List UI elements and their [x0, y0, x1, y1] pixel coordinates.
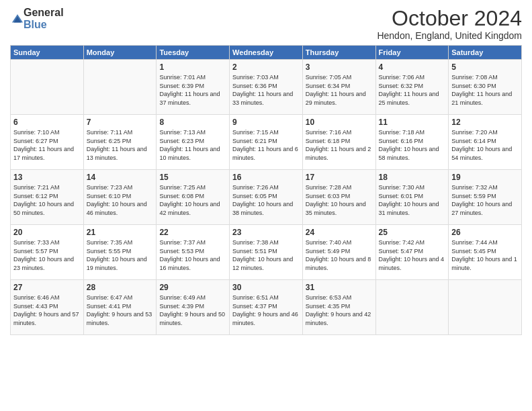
- calendar-week-row: 20Sunrise: 7:33 AMSunset: 5:57 PMDayligh…: [11, 225, 522, 280]
- calendar-cell: 4Sunrise: 7:06 AMSunset: 6:32 PMDaylight…: [375, 60, 449, 115]
- calendar-cell: 31Sunrise: 6:53 AMSunset: 4:35 PMDayligh…: [302, 280, 375, 335]
- header: General Blue October 2024 Hendon, Englan…: [10, 7, 522, 41]
- calendar-cell: 8Sunrise: 7:13 AMSunset: 6:23 PMDaylight…: [157, 115, 230, 170]
- cell-detail: Sunrise: 7:37 AMSunset: 5:53 PMDaylight:…: [159, 239, 220, 271]
- cell-detail: Sunrise: 7:42 AMSunset: 5:47 PMDaylight:…: [379, 239, 445, 271]
- day-number: 22: [159, 228, 226, 237]
- cell-detail: Sunrise: 7:32 AMSunset: 5:59 PMDaylight:…: [451, 184, 512, 216]
- cell-detail: Sunrise: 7:06 AMSunset: 6:32 PMDaylight:…: [379, 74, 439, 106]
- day-number: 23: [232, 228, 300, 237]
- calendar-cell: 26Sunrise: 7:44 AMSunset: 5:45 PMDayligh…: [449, 225, 522, 280]
- calendar-week-row: 1Sunrise: 7:01 AMSunset: 6:39 PMDaylight…: [11, 60, 522, 115]
- cell-detail: Sunrise: 7:10 AMSunset: 6:27 PMDaylight:…: [13, 129, 74, 161]
- calendar-cell: 13Sunrise: 7:21 AMSunset: 6:12 PMDayligh…: [11, 170, 84, 225]
- calendar-cell: 21Sunrise: 7:35 AMSunset: 5:55 PMDayligh…: [83, 225, 157, 280]
- day-number: 28: [87, 283, 154, 292]
- calendar-week-row: 13Sunrise: 7:21 AMSunset: 6:12 PMDayligh…: [11, 170, 522, 225]
- calendar-table: SundayMondayTuesdayWednesdayThursdayFrid…: [10, 45, 522, 335]
- day-number: 4: [379, 62, 446, 72]
- day-number: 19: [451, 173, 519, 182]
- calendar-cell: 5Sunrise: 7:08 AMSunset: 6:30 PMDaylight…: [449, 60, 522, 115]
- cell-detail: Sunrise: 7:18 AMSunset: 6:16 PMDaylight:…: [379, 129, 439, 161]
- calendar-cell: [375, 280, 449, 335]
- cell-detail: Sunrise: 7:11 AMSunset: 6:25 PMDaylight:…: [87, 129, 147, 161]
- calendar-cell: 24Sunrise: 7:40 AMSunset: 5:49 PMDayligh…: [302, 225, 375, 280]
- cell-detail: Sunrise: 7:25 AMSunset: 6:08 PMDaylight:…: [159, 184, 220, 216]
- cell-detail: Sunrise: 7:28 AMSunset: 6:03 PMDaylight:…: [306, 184, 366, 216]
- calendar-cell: 23Sunrise: 7:38 AMSunset: 5:51 PMDayligh…: [230, 225, 303, 280]
- day-number: 12: [451, 118, 519, 127]
- calendar-cell: 9Sunrise: 7:15 AMSunset: 6:21 PMDaylight…: [230, 115, 303, 170]
- day-number: 16: [232, 173, 300, 182]
- calendar-cell: 30Sunrise: 6:51 AMSunset: 4:37 PMDayligh…: [230, 280, 303, 335]
- weekday-header: Wednesday: [230, 46, 303, 60]
- month-title: October 2024: [377, 7, 522, 30]
- cell-detail: Sunrise: 6:49 AMSunset: 4:39 PMDaylight:…: [159, 294, 225, 326]
- calendar-cell: 3Sunrise: 7:05 AMSunset: 6:34 PMDaylight…: [302, 60, 375, 115]
- calendar-cell: 11Sunrise: 7:18 AMSunset: 6:16 PMDayligh…: [375, 115, 449, 170]
- calendar-cell: [83, 60, 157, 115]
- calendar-cell: 18Sunrise: 7:30 AMSunset: 6:01 PMDayligh…: [375, 170, 449, 225]
- calendar-cell: 27Sunrise: 6:46 AMSunset: 4:43 PMDayligh…: [11, 280, 84, 335]
- day-number: 15: [159, 173, 226, 182]
- day-number: 2: [232, 62, 300, 72]
- calendar-cell: 14Sunrise: 7:23 AMSunset: 6:10 PMDayligh…: [83, 170, 157, 225]
- calendar-week-row: 27Sunrise: 6:46 AMSunset: 4:43 PMDayligh…: [11, 280, 522, 335]
- logo: General Blue: [10, 7, 64, 30]
- day-number: 3: [306, 62, 373, 72]
- day-number: 6: [13, 118, 81, 127]
- calendar-cell: 1Sunrise: 7:01 AMSunset: 6:39 PMDaylight…: [157, 60, 230, 115]
- day-number: 26: [451, 228, 519, 237]
- cell-detail: Sunrise: 6:46 AMSunset: 4:43 PMDaylight:…: [13, 294, 79, 326]
- day-number: 14: [87, 173, 154, 182]
- calendar-cell: 10Sunrise: 7:16 AMSunset: 6:18 PMDayligh…: [302, 115, 375, 170]
- cell-detail: Sunrise: 6:47 AMSunset: 4:41 PMDaylight:…: [87, 294, 152, 326]
- weekday-header: Monday: [83, 46, 157, 60]
- day-number: 27: [13, 283, 81, 292]
- day-number: 1: [159, 62, 226, 72]
- calendar-cell: [11, 60, 84, 115]
- day-number: 31: [306, 283, 373, 292]
- logo-icon: [11, 13, 24, 25]
- day-number: 30: [232, 283, 300, 292]
- cell-detail: Sunrise: 7:38 AMSunset: 5:51 PMDaylight:…: [232, 239, 293, 271]
- logo-text: General Blue: [24, 7, 64, 30]
- cell-detail: Sunrise: 7:30 AMSunset: 6:01 PMDaylight:…: [379, 184, 439, 216]
- cell-detail: Sunrise: 7:01 AMSunset: 6:39 PMDaylight:…: [159, 74, 220, 106]
- cell-detail: Sunrise: 7:08 AMSunset: 6:30 PMDaylight:…: [451, 74, 512, 106]
- cell-detail: Sunrise: 7:03 AMSunset: 6:36 PMDaylight:…: [232, 74, 293, 106]
- calendar-cell: 6Sunrise: 7:10 AMSunset: 6:27 PMDaylight…: [11, 115, 84, 170]
- location: Hendon, England, United Kingdom: [377, 30, 522, 41]
- weekday-header: Friday: [375, 46, 449, 60]
- weekday-header: Saturday: [449, 46, 522, 60]
- calendar-cell: [449, 280, 522, 335]
- cell-detail: Sunrise: 7:44 AMSunset: 5:45 PMDaylight:…: [451, 239, 517, 271]
- title-block: October 2024 Hendon, England, United Kin…: [377, 7, 522, 41]
- cell-detail: Sunrise: 7:23 AMSunset: 6:10 PMDaylight:…: [87, 184, 147, 216]
- calendar-cell: 29Sunrise: 6:49 AMSunset: 4:39 PMDayligh…: [157, 280, 230, 335]
- calendar-week-row: 6Sunrise: 7:10 AMSunset: 6:27 PMDaylight…: [11, 115, 522, 170]
- cell-detail: Sunrise: 7:33 AMSunset: 5:57 PMDaylight:…: [13, 239, 74, 271]
- page: General Blue October 2024 Hendon, Englan…: [0, 0, 532, 411]
- weekday-header: Sunday: [11, 46, 84, 60]
- cell-detail: Sunrise: 7:26 AMSunset: 6:05 PMDaylight:…: [232, 184, 293, 216]
- cell-detail: Sunrise: 7:35 AMSunset: 5:55 PMDaylight:…: [87, 239, 147, 271]
- day-number: 20: [13, 228, 81, 237]
- weekday-header: Thursday: [302, 46, 375, 60]
- calendar-cell: 22Sunrise: 7:37 AMSunset: 5:53 PMDayligh…: [157, 225, 230, 280]
- day-number: 10: [306, 118, 373, 127]
- header-row: SundayMondayTuesdayWednesdayThursdayFrid…: [11, 46, 522, 60]
- calendar-cell: 16Sunrise: 7:26 AMSunset: 6:05 PMDayligh…: [230, 170, 303, 225]
- calendar-cell: 2Sunrise: 7:03 AMSunset: 6:36 PMDaylight…: [230, 60, 303, 115]
- calendar-cell: 25Sunrise: 7:42 AMSunset: 5:47 PMDayligh…: [375, 225, 449, 280]
- day-number: 7: [87, 118, 154, 127]
- day-number: 13: [13, 173, 81, 182]
- calendar-cell: 28Sunrise: 6:47 AMSunset: 4:41 PMDayligh…: [83, 280, 157, 335]
- day-number: 9: [232, 118, 300, 127]
- calendar-cell: 12Sunrise: 7:20 AMSunset: 6:14 PMDayligh…: [449, 115, 522, 170]
- logo-blue: Blue: [24, 19, 64, 31]
- day-number: 11: [379, 118, 446, 127]
- calendar-cell: 17Sunrise: 7:28 AMSunset: 6:03 PMDayligh…: [302, 170, 375, 225]
- calendar-cell: 20Sunrise: 7:33 AMSunset: 5:57 PMDayligh…: [11, 225, 84, 280]
- cell-detail: Sunrise: 6:51 AMSunset: 4:37 PMDaylight:…: [232, 294, 298, 326]
